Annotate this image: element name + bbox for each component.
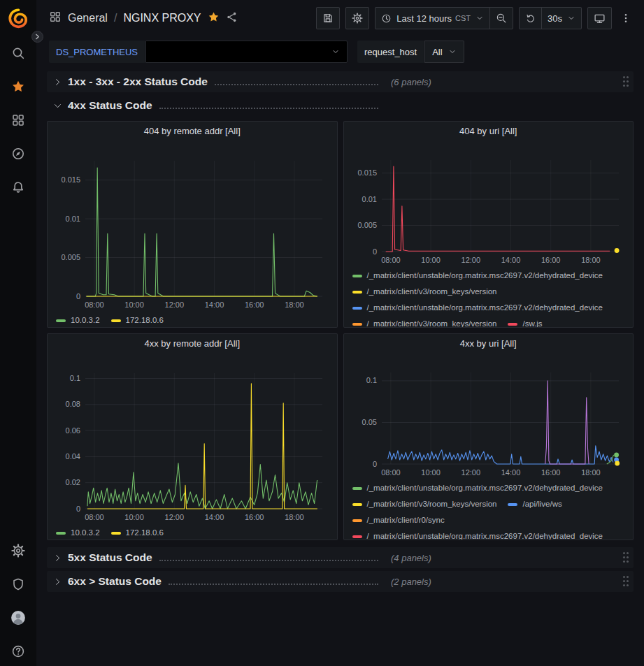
legend-item[interactable]: /api/live/ws [508, 496, 561, 512]
legend-item[interactable]: 10.0.3.2 [56, 312, 100, 328]
svg-text:08:00: 08:00 [85, 301, 104, 309]
row-title: 1xx - 3xx - 2xx Status Code [68, 75, 208, 88]
row-drag-handle[interactable] [623, 552, 629, 563]
svg-text:0.06: 0.06 [66, 426, 80, 435]
panel-title[interactable]: 4xx by uri [All] [344, 334, 634, 354]
panel-title[interactable]: 404 by remote addr [All] [48, 122, 337, 141]
explore-compass-icon[interactable] [10, 146, 26, 161]
legend-label: /sw.js [522, 316, 542, 328]
time-range-picker[interactable]: Last 12 hours CST [375, 7, 489, 29]
row-4xx-panels: 404 by remote addr [All] 08:0010:0012:00… [47, 121, 634, 540]
legend-swatch [111, 532, 121, 535]
row-drag-handle[interactable] [623, 576, 629, 587]
dashboards-icon[interactable] [10, 113, 26, 128]
legend-item[interactable]: /_matrix/client/unstable/org.matrix.msc2… [352, 480, 603, 496]
svg-text:0.02: 0.02 [66, 478, 80, 486]
help-icon[interactable] [10, 644, 26, 659]
alerting-bell-icon[interactable] [10, 180, 26, 195]
zoom-out-button[interactable] [489, 7, 513, 29]
panel-title[interactable]: 4xx by remote addr [All] [48, 334, 337, 354]
kebab-menu-icon[interactable] [617, 7, 634, 29]
search-icon[interactable] [10, 45, 26, 61]
sidebar-expand-chevron[interactable] [31, 31, 43, 43]
panel-title[interactable]: 404 by uri [All] [344, 122, 634, 141]
legend-label: /_matrix/client/unstable/org.matrix.msc2… [367, 268, 603, 284]
svg-text:10:00: 10:00 [124, 301, 144, 309]
refresh-button[interactable] [519, 7, 541, 29]
timeseries-chart[interactable]: 08:0010:0012:0014:0016:0018:0000.0050.01… [53, 141, 331, 312]
dashboard-submenu: DS_PROMETHEUS request_host All [36, 36, 644, 67]
legend-item[interactable]: /_matrix/client/v3/room_keys/version [352, 284, 497, 300]
save-dashboard-button[interactable] [316, 7, 340, 29]
admin-shield-icon[interactable] [10, 577, 26, 592]
row-title: 6xx > Status Code [68, 575, 162, 588]
row-panel-count: (6 panels) [391, 77, 431, 87]
legend-swatch [352, 275, 362, 277]
legend-item[interactable]: /_matrix/client/unstable/org.matrix.msc2… [352, 528, 603, 540]
legend-item[interactable]: 172.18.0.6 [111, 525, 164, 540]
svg-text:0.04: 0.04 [66, 452, 80, 461]
legend-label: 172.18.0.6 [126, 312, 164, 328]
svg-text:08:00: 08:00 [381, 256, 401, 264]
refresh-interval-picker[interactable]: 30s [541, 7, 582, 29]
tv-mode-button[interactable] [587, 7, 612, 29]
panel-legend: 10.0.3.2172.18.0.6 [53, 312, 331, 328]
request-host-picker[interactable]: All [424, 41, 464, 63]
row-1xx-3xx-2xx-status-code[interactable]: 1xx - 3xx - 2xx Status Code (6 panels) [47, 71, 634, 92]
breadcrumb: General / NGINX PROXY [49, 10, 238, 26]
svg-text:0.05: 0.05 [362, 418, 376, 426]
settings-gear-icon[interactable] [10, 543, 26, 558]
svg-text:0.1: 0.1 [70, 374, 80, 382]
panel-404-by-uri: 404 by uri [All] 08:0010:0012:0014:0016:… [343, 121, 634, 328]
timezone-label: CST [455, 14, 471, 22]
time-controls: Last 12 hours CST [375, 7, 513, 29]
row-6xx-status-code[interactable]: 6xx > Status Code (2 panels) [47, 571, 634, 592]
legend-item[interactable]: 172.18.0.6 [111, 312, 164, 328]
svg-text:14:00: 14:00 [501, 468, 520, 477]
legend-label: /_matrix/client/v3/room_keys/version [367, 316, 497, 328]
panel-legend: /_matrix/client/unstable/org.matrix.msc2… [350, 479, 628, 540]
legend-item[interactable]: /_matrix/client/r0/sync [352, 512, 445, 528]
svg-text:0.015: 0.015 [357, 168, 377, 177]
datasource-picker[interactable] [145, 41, 348, 63]
timeseries-chart[interactable]: 08:0010:0012:0014:0016:0018:0000.020.040… [53, 354, 331, 524]
variable-label-ds-prometheus: DS_PROMETHEUS [49, 41, 145, 63]
row-4xx-status-code[interactable]: 4xx Status Code [47, 95, 634, 116]
svg-text:12:00: 12:00 [461, 256, 480, 264]
svg-text:14:00: 14:00 [205, 513, 224, 521]
dashboard-settings-button[interactable] [345, 7, 369, 29]
svg-text:0.01: 0.01 [66, 215, 80, 223]
svg-text:0.08: 0.08 [66, 400, 80, 408]
row-dotted-leader [169, 584, 378, 585]
svg-text:10:00: 10:00 [421, 468, 441, 477]
row-drag-handle[interactable] [623, 76, 629, 87]
svg-text:18:00: 18:00 [285, 301, 304, 309]
sidebar [0, 0, 36, 666]
svg-text:14:00: 14:00 [205, 301, 224, 309]
row-5xx-status-code[interactable]: 5xx Status Code (4 panels) [47, 547, 634, 568]
legend-item[interactable]: /_matrix/client/v3/room_keys/version [352, 316, 497, 328]
legend-swatch [352, 291, 362, 294]
grafana-logo[interactable] [7, 7, 30, 33]
breadcrumb-section[interactable]: General [68, 12, 108, 24]
panel-legend: /_matrix/client/unstable/org.matrix.msc2… [350, 267, 628, 328]
variable-label-request-host: request_host [357, 41, 424, 63]
row-dotted-leader [215, 84, 378, 85]
panel-4xx-by-remote-addr: 4xx by remote addr [All] 08:0010:0012:00… [47, 333, 338, 540]
legend-item[interactable]: /_matrix/client/v3/room_keys/version [352, 496, 497, 512]
dashboard-body: 1xx - 3xx - 2xx Status Code (6 panels) 4… [36, 67, 644, 666]
variable-request-host: request_host All [357, 41, 464, 63]
favorite-star-icon[interactable] [208, 11, 220, 26]
user-avatar[interactable] [10, 610, 26, 625]
svg-text:12:00: 12:00 [165, 301, 185, 309]
legend-item[interactable]: /_matrix/client/unstable/org.matrix.msc2… [352, 300, 603, 316]
legend-item[interactable]: /_matrix/client/unstable/org.matrix.msc2… [352, 268, 603, 284]
starred-icon[interactable] [10, 79, 26, 94]
panel-4xx-by-uri: 4xx by uri [All] 08:0010:0012:0014:0016:… [343, 333, 634, 540]
legend-item[interactable]: 10.0.3.2 [56, 525, 100, 540]
legend-item[interactable]: /sw.js [508, 316, 542, 328]
timeseries-chart[interactable]: 08:0010:0012:0014:0016:0018:0000.050.1 [350, 354, 627, 479]
share-icon[interactable] [226, 11, 238, 26]
timeseries-chart[interactable]: 08:0010:0012:0014:0016:0018:0000.0050.01… [350, 141, 627, 267]
breadcrumb-dashboard-title[interactable]: NGINX PROXY [123, 12, 201, 24]
